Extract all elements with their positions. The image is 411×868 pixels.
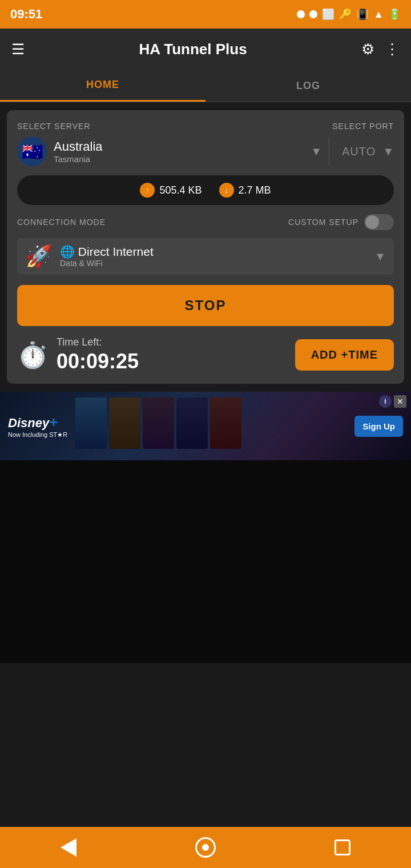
nav-recents-button[interactable] — [328, 833, 357, 862]
stop-button[interactable]: STOP — [17, 285, 394, 326]
server-selector[interactable]: 🇦🇺 Australia Tasmania ▼ — [17, 136, 322, 166]
time-label: Time Left: — [57, 336, 139, 348]
server-dropdown-arrow: ▼ — [311, 145, 322, 158]
download-stat: ↓ 2.7 MB — [219, 183, 271, 198]
ad-banner: Disney+ Now Including ST★R Sign Up i ✕ — [0, 392, 411, 460]
port-value: AUTO — [342, 145, 376, 158]
recents-icon — [335, 839, 350, 855]
disney-logo-text: Disney — [8, 416, 49, 430]
status-dot-1 — [297, 10, 305, 18]
server-region: Tasmania — [54, 154, 301, 164]
data-stats: ↑ 505.4 KB ↓ 2.7 MB — [17, 175, 394, 205]
add-time-button[interactable]: ADD +TIME — [295, 339, 394, 371]
ad-thumb-2 — [109, 397, 140, 449]
time-value: 00:09:25 — [57, 349, 139, 373]
bottom-nav — [0, 827, 411, 868]
server-port-row: 🇦🇺 Australia Tasmania ▼ AUTO ▼ — [17, 136, 394, 166]
app-title: HA Tunnel Plus — [36, 41, 350, 58]
tabs: HOME LOG — [0, 70, 411, 102]
back-icon — [61, 838, 76, 857]
port-dropdown-arrow: ▼ — [382, 145, 394, 158]
status-dot-2 — [309, 10, 317, 18]
ad-images — [75, 397, 350, 455]
download-value: 2.7 MB — [239, 184, 271, 196]
server-name: Australia — [54, 139, 301, 154]
hamburger-menu-button[interactable]: ☰ — [11, 42, 25, 57]
custom-setup-label: CUSTOM SETUP — [288, 218, 358, 227]
time-left-section: ⏱️ Time Left: 00:09:25 — [17, 336, 139, 373]
custom-setup-toggle[interactable] — [364, 214, 394, 230]
ad-info-icon[interactable]: i — [379, 395, 392, 408]
status-icons: ⬜ 🔑 📳 ▲ 🔋 — [297, 8, 401, 21]
empty-area — [0, 460, 411, 663]
ad-thumb-1 — [75, 397, 107, 449]
select-port-label: SELECT PORT — [332, 122, 394, 131]
timer-info: Time Left: 00:09:25 — [57, 336, 139, 373]
key-icon: 🔑 — [339, 8, 352, 21]
upload-stat: ↑ 505.4 KB — [140, 183, 202, 198]
top-icons: ⚙ ⋮ — [361, 41, 400, 58]
nav-back-button[interactable] — [54, 833, 83, 862]
home-icon — [195, 837, 216, 858]
ad-thumb-5 — [210, 397, 241, 449]
connection-type-icon: 🚀 — [25, 246, 52, 267]
top-bar: ☰ HA Tunnel Plus ⚙ ⋮ — [0, 29, 411, 70]
toggle-knob — [365, 215, 379, 229]
disney-brand: Disney+ — [8, 413, 67, 431]
ad-thumb-4 — [176, 397, 208, 449]
timer-icon: ⏱️ — [17, 340, 49, 370]
download-icon: ↓ — [219, 183, 234, 198]
time-row: ⏱️ Time Left: 00:09:25 ADD +TIME — [17, 336, 394, 373]
upload-icon: ↑ — [140, 183, 155, 198]
custom-setup-row: CUSTOM SETUP — [288, 214, 394, 230]
status-time: 09:51 — [10, 7, 42, 22]
tab-log[interactable]: LOG — [206, 70, 411, 102]
upload-value: 505.4 KB — [159, 184, 202, 196]
cast-icon: ⬜ — [322, 8, 335, 21]
disney-plus-sign: + — [49, 413, 58, 431]
more-options-icon[interactable]: ⋮ — [385, 41, 400, 58]
main-card: SELECT SERVER SELECT PORT 🇦🇺 Australia T… — [7, 110, 404, 384]
server-port-labels: SELECT SERVER SELECT PORT — [17, 122, 394, 131]
connection-mode-row: CONNECTION MODE CUSTOM SETUP — [17, 214, 394, 230]
connection-type-name: 🌐 Direct Internet — [60, 245, 372, 259]
status-bar: 09:51 ⬜ 🔑 📳 ▲ 🔋 — [0, 0, 411, 29]
connection-type-sub: Data & WiFi — [60, 259, 372, 268]
server-info: Australia Tasmania — [54, 139, 301, 164]
settings-icon[interactable]: ⚙ — [361, 41, 374, 58]
port-divider — [329, 137, 329, 166]
battery-icon: 🔋 — [388, 8, 401, 21]
ad-close-icon[interactable]: ✕ — [394, 395, 406, 408]
ad-thumb-3 — [143, 397, 174, 449]
port-selector[interactable]: AUTO ▼ — [336, 145, 394, 158]
nav-home-button[interactable] — [191, 833, 220, 862]
vibrate-icon: 📳 — [356, 8, 369, 21]
server-flag: 🇦🇺 — [17, 136, 47, 166]
ad-signup-button[interactable]: Sign Up — [354, 416, 403, 437]
connection-type-dropdown-arrow: ▼ — [374, 250, 386, 263]
select-server-label: SELECT SERVER — [17, 122, 90, 131]
connection-type-selector[interactable]: 🚀 🌐 Direct Internet Data & WiFi ▼ — [17, 238, 394, 275]
globe-icon: 🌐 — [60, 245, 78, 258]
connection-mode-label: CONNECTION MODE — [17, 218, 106, 227]
disney-logo-section: Disney+ Now Including ST★R — [8, 413, 67, 439]
tab-home[interactable]: HOME — [0, 70, 206, 102]
connection-type-info: 🌐 Direct Internet Data & WiFi — [60, 245, 372, 268]
flag-emoji: 🇦🇺 — [22, 142, 43, 162]
wifi-icon: ▲ — [373, 9, 384, 21]
disney-sub-text: Now Including ST★R — [8, 431, 67, 439]
